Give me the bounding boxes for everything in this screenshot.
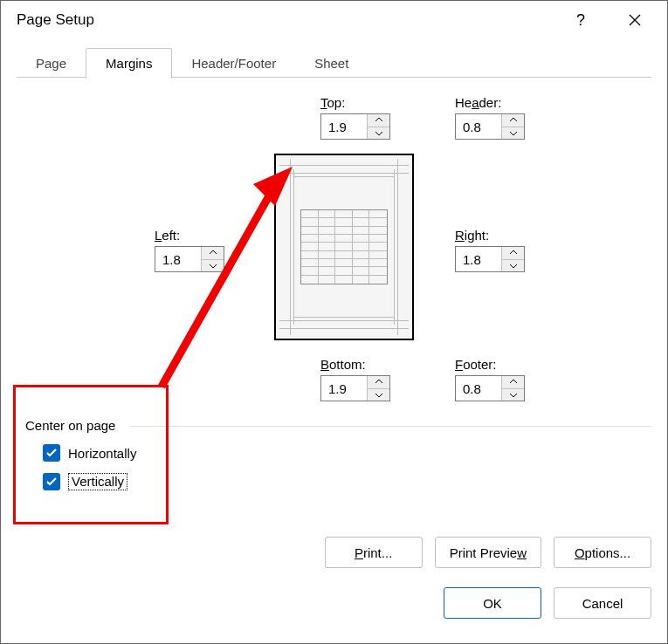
spin-down-header[interactable] bbox=[502, 127, 524, 140]
label-bottom: Bottom: bbox=[320, 357, 390, 372]
label-header: Header: bbox=[455, 95, 525, 110]
preview-grid bbox=[300, 209, 388, 284]
check-icon bbox=[46, 449, 57, 457]
button-row-1: Print... Print Preview Options... bbox=[325, 537, 651, 568]
spin-up-left[interactable] bbox=[202, 247, 224, 260]
chevron-down-icon bbox=[510, 264, 517, 268]
tab-page[interactable]: Page bbox=[17, 49, 86, 78]
close-button[interactable] bbox=[615, 1, 655, 39]
field-right: Right: bbox=[455, 228, 525, 272]
cancel-button[interactable]: Cancel bbox=[554, 587, 651, 619]
label-right: Right: bbox=[455, 228, 525, 243]
chevron-up-icon bbox=[210, 250, 217, 255]
input-left[interactable] bbox=[155, 247, 201, 271]
margins-panel: Top: Header: Left: bbox=[17, 78, 651, 601]
label-vertically: Vertically bbox=[68, 473, 127, 490]
chevron-up-icon bbox=[510, 380, 517, 384]
chevron-up-icon bbox=[510, 250, 517, 255]
spin-down-right[interactable] bbox=[502, 260, 524, 272]
chevron-down-icon bbox=[510, 131, 517, 135]
input-header[interactable] bbox=[456, 114, 501, 139]
field-bottom: Bottom: bbox=[320, 357, 390, 401]
close-icon bbox=[629, 14, 641, 26]
field-left: Left: bbox=[155, 228, 224, 272]
spin-down-bottom[interactable] bbox=[368, 389, 389, 401]
page-setup-dialog: Page Setup ? Page Margins Header/Footer … bbox=[0, 0, 668, 644]
tab-margins[interactable]: Margins bbox=[86, 48, 172, 79]
label-horizontally: Horizontally bbox=[68, 446, 136, 461]
spin-down-left[interactable] bbox=[202, 260, 224, 272]
button-row-2: OK Cancel bbox=[444, 587, 651, 619]
input-right[interactable] bbox=[456, 247, 501, 271]
spin-up-footer[interactable] bbox=[502, 376, 524, 389]
section-center-on-page: Center on page bbox=[25, 418, 121, 433]
chevron-up-icon bbox=[375, 118, 382, 122]
label-footer: Footer: bbox=[455, 357, 525, 372]
chevron-down-icon bbox=[510, 393, 517, 397]
ok-button[interactable]: OK bbox=[444, 587, 541, 619]
chevron-down-icon bbox=[375, 393, 382, 397]
tab-sheet[interactable]: Sheet bbox=[295, 49, 368, 78]
chevron-up-icon bbox=[375, 380, 382, 384]
spinner-right[interactable] bbox=[455, 246, 525, 272]
titlebar: Page Setup ? bbox=[1, 1, 667, 39]
spinner-header[interactable] bbox=[455, 113, 525, 140]
spin-down-footer[interactable] bbox=[502, 389, 524, 401]
spin-up-header[interactable] bbox=[502, 114, 524, 127]
spin-down-top[interactable] bbox=[368, 127, 389, 140]
field-top: Top: bbox=[320, 95, 390, 140]
spinner-footer[interactable] bbox=[455, 375, 525, 401]
checkbox-row-vertically: Vertically bbox=[43, 473, 127, 490]
spinner-top[interactable] bbox=[320, 113, 390, 140]
field-footer: Footer: bbox=[455, 357, 525, 401]
chevron-down-icon bbox=[375, 131, 382, 135]
chevron-up-icon bbox=[510, 118, 517, 122]
input-bottom[interactable] bbox=[321, 376, 367, 401]
tab-header-footer[interactable]: Header/Footer bbox=[172, 49, 295, 78]
input-footer[interactable] bbox=[456, 376, 501, 401]
options-button[interactable]: Options... bbox=[554, 537, 651, 568]
tab-bar: Page Margins Header/Footer Sheet bbox=[17, 43, 651, 78]
spinner-bottom[interactable] bbox=[320, 375, 390, 401]
checkbox-row-horizontally: Horizontally bbox=[43, 444, 136, 462]
checkbox-vertically[interactable] bbox=[43, 473, 60, 490]
page-preview bbox=[274, 154, 414, 340]
input-top[interactable] bbox=[321, 114, 367, 139]
print-button[interactable]: Print... bbox=[325, 537, 423, 568]
label-left: Left: bbox=[155, 228, 224, 243]
print-preview-button[interactable]: Print Preview bbox=[435, 537, 541, 568]
field-header: Header: bbox=[455, 95, 525, 140]
spin-up-bottom[interactable] bbox=[368, 376, 389, 389]
checkbox-horizontally[interactable] bbox=[43, 444, 60, 462]
check-icon bbox=[46, 477, 57, 486]
help-button[interactable]: ? bbox=[561, 1, 601, 39]
label-top: Top: bbox=[320, 95, 390, 110]
section-rule bbox=[130, 426, 651, 427]
spin-up-top[interactable] bbox=[368, 114, 389, 127]
dialog-title: Page Setup bbox=[17, 11, 561, 29]
chevron-down-icon bbox=[210, 264, 217, 268]
spinner-left[interactable] bbox=[155, 246, 224, 272]
spin-up-right[interactable] bbox=[502, 247, 524, 260]
